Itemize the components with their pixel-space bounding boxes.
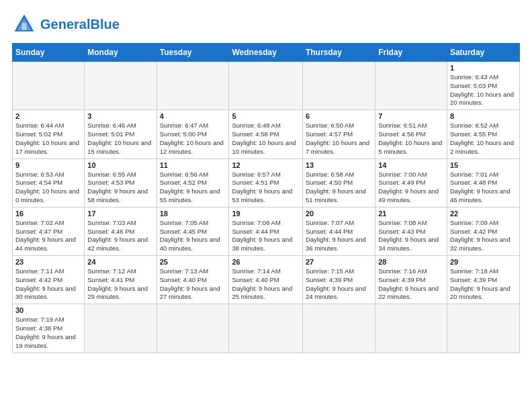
day-info: Sunrise: 7:01 AM Sunset: 4:48 PM Dayligh… [450,171,517,205]
calendar-cell: 21Sunrise: 7:08 AM Sunset: 4:43 PM Dayli… [375,207,447,255]
svg-rect-2 [21,23,26,30]
day-info: Sunrise: 6:58 AM Sunset: 4:50 PM Dayligh… [306,171,372,205]
calendar-day-header: Friday [375,44,447,62]
day-info: Sunrise: 6:52 AM Sunset: 4:55 PM Dayligh… [450,122,517,156]
day-info: Sunrise: 6:48 AM Sunset: 4:58 PM Dayligh… [232,122,299,156]
calendar-cell [447,304,519,353]
day-info: Sunrise: 7:19 AM Sunset: 4:38 PM Dayligh… [15,316,81,350]
day-number: 24 [87,258,153,266]
day-info: Sunrise: 6:44 AM Sunset: 5:02 PM Dayligh… [15,122,81,156]
calendar-cell: 25Sunrise: 7:13 AM Sunset: 4:40 PM Dayli… [157,256,229,304]
day-number: 20 [306,210,372,218]
day-number: 18 [160,210,226,218]
day-number: 3 [87,112,153,120]
calendar-cell [375,62,447,110]
day-info: Sunrise: 7:02 AM Sunset: 4:47 PM Dayligh… [15,219,81,253]
day-number: 13 [306,161,372,169]
day-info: Sunrise: 6:53 AM Sunset: 4:54 PM Dayligh… [15,171,81,205]
day-info: Sunrise: 6:50 AM Sunset: 4:57 PM Dayligh… [306,122,372,156]
day-number: 28 [378,258,444,266]
calendar-cell: 19Sunrise: 7:06 AM Sunset: 4:44 PM Dayli… [229,207,302,255]
day-info: Sunrise: 7:13 AM Sunset: 4:40 PM Dayligh… [160,267,226,302]
calendar-cell: 14Sunrise: 7:00 AM Sunset: 4:49 PM Dayli… [375,158,447,207]
calendar-cell: 23Sunrise: 7:11 AM Sunset: 4:42 PM Dayli… [13,256,85,304]
calendar-week-row: 23Sunrise: 7:11 AM Sunset: 4:42 PM Dayli… [13,256,520,304]
day-info: Sunrise: 6:56 AM Sunset: 4:52 PM Dayligh… [160,171,226,205]
calendar-week-row: 2Sunrise: 6:44 AM Sunset: 5:02 PM Daylig… [13,110,520,158]
day-info: Sunrise: 7:11 AM Sunset: 4:42 PM Dayligh… [15,267,81,302]
calendar-cell [157,62,229,110]
calendar-cell: 2Sunrise: 6:44 AM Sunset: 5:02 PM Daylig… [13,110,85,158]
day-info: Sunrise: 6:51 AM Sunset: 4:56 PM Dayligh… [378,122,444,156]
day-number: 14 [378,161,444,169]
calendar-cell: 17Sunrise: 7:03 AM Sunset: 4:46 PM Dayli… [85,207,157,255]
calendar-cell: 7Sunrise: 6:51 AM Sunset: 4:56 PM Daylig… [375,110,447,158]
calendar-cell [157,304,229,353]
calendar-table: SundayMondayTuesdayWednesdayThursdayFrid… [12,43,520,353]
calendar-day-header: Wednesday [229,44,302,62]
calendar-cell [302,62,375,110]
day-number: 15 [450,161,517,169]
calendar-cell [229,304,302,353]
calendar-cell: 24Sunrise: 7:12 AM Sunset: 4:41 PM Dayli… [85,256,157,304]
day-number: 29 [450,258,517,266]
calendar-week-row: 30Sunrise: 7:19 AM Sunset: 4:38 PM Dayli… [13,304,520,353]
calendar-cell: 9Sunrise: 6:53 AM Sunset: 4:54 PM Daylig… [13,158,85,207]
calendar-week-row: 16Sunrise: 7:02 AM Sunset: 4:47 PM Dayli… [13,207,520,255]
calendar-cell: 1Sunrise: 6:43 AM Sunset: 5:03 PM Daylig… [447,62,519,110]
calendar-cell [229,62,302,110]
day-number: 10 [87,161,153,169]
day-number: 11 [160,161,226,169]
day-info: Sunrise: 6:47 AM Sunset: 5:00 PM Dayligh… [160,122,226,156]
day-number: 7 [378,112,444,120]
day-number: 8 [450,112,517,120]
day-number: 27 [306,258,372,266]
header: GeneralBlue [12,12,520,36]
day-number: 16 [15,210,81,218]
day-number: 4 [160,112,226,120]
calendar-day-header: Saturday [447,44,519,62]
calendar-cell: 26Sunrise: 7:14 AM Sunset: 4:40 PM Dayli… [229,256,302,304]
day-info: Sunrise: 7:14 AM Sunset: 4:40 PM Dayligh… [232,267,299,302]
day-number: 12 [232,161,299,169]
calendar-cell: 6Sunrise: 6:50 AM Sunset: 4:57 PM Daylig… [302,110,375,158]
calendar-cell: 3Sunrise: 6:46 AM Sunset: 5:01 PM Daylig… [85,110,157,158]
day-number: 17 [87,210,153,218]
day-info: Sunrise: 7:18 AM Sunset: 4:39 PM Dayligh… [450,267,517,302]
calendar-cell: 4Sunrise: 6:47 AM Sunset: 5:00 PM Daylig… [157,110,229,158]
day-number: 1 [450,64,517,72]
calendar-cell [85,62,157,110]
day-info: Sunrise: 7:06 AM Sunset: 4:44 PM Dayligh… [232,219,299,253]
day-info: Sunrise: 7:08 AM Sunset: 4:43 PM Dayligh… [378,219,444,253]
calendar-cell [85,304,157,353]
calendar-cell: 13Sunrise: 6:58 AM Sunset: 4:50 PM Dayli… [302,158,375,207]
calendar-week-row: 1Sunrise: 6:43 AM Sunset: 5:03 PM Daylig… [13,62,520,110]
calendar-cell: 20Sunrise: 7:07 AM Sunset: 4:44 PM Dayli… [302,207,375,255]
calendar-week-row: 9Sunrise: 6:53 AM Sunset: 4:54 PM Daylig… [13,158,520,207]
calendar-cell: 30Sunrise: 7:19 AM Sunset: 4:38 PM Dayli… [13,304,85,353]
day-info: Sunrise: 6:43 AM Sunset: 5:03 PM Dayligh… [450,73,517,107]
day-number: 9 [15,161,81,169]
day-info: Sunrise: 7:07 AM Sunset: 4:44 PM Dayligh… [306,219,372,253]
day-info: Sunrise: 7:15 AM Sunset: 4:39 PM Dayligh… [306,267,372,302]
day-number: 6 [306,112,372,120]
day-number: 2 [15,112,81,120]
day-info: Sunrise: 7:12 AM Sunset: 4:41 PM Dayligh… [87,267,153,302]
day-info: Sunrise: 6:57 AM Sunset: 4:51 PM Dayligh… [232,171,299,205]
day-number: 25 [160,258,226,266]
calendar-cell: 27Sunrise: 7:15 AM Sunset: 4:39 PM Dayli… [302,256,375,304]
calendar-cell: 12Sunrise: 6:57 AM Sunset: 4:51 PM Dayli… [229,158,302,207]
day-info: Sunrise: 6:55 AM Sunset: 4:53 PM Dayligh… [87,171,153,205]
calendar-cell: 22Sunrise: 7:09 AM Sunset: 4:42 PM Dayli… [447,207,519,255]
day-number: 19 [232,210,299,218]
calendar-day-header: Monday [85,44,157,62]
calendar-cell [13,62,85,110]
calendar-cell [302,304,375,353]
day-number: 21 [378,210,444,218]
day-info: Sunrise: 7:09 AM Sunset: 4:42 PM Dayligh… [450,219,517,253]
calendar-cell: 28Sunrise: 7:16 AM Sunset: 4:39 PM Dayli… [375,256,447,304]
calendar-header-row: SundayMondayTuesdayWednesdayThursdayFrid… [13,44,520,62]
calendar-cell: 18Sunrise: 7:05 AM Sunset: 4:45 PM Dayli… [157,207,229,255]
page: GeneralBlue SundayMondayTuesdayWednesday… [0,0,532,411]
logo-icon [12,12,36,36]
